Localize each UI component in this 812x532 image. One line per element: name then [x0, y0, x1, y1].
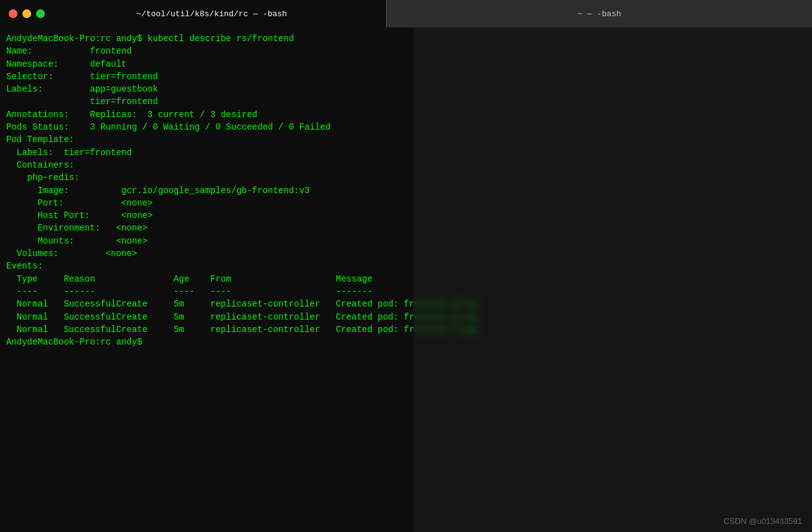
minimize-button[interactable]	[22, 9, 31, 18]
tab-right-label: ~ — -bash	[577, 9, 621, 19]
tab-left-label: ~/tool/util/k8s/kind/rc — -bash	[136, 9, 287, 19]
maximize-button[interactable]	[36, 9, 45, 18]
terminal-content: AndydeMacBook-Pro:rc andy$ kubectl descr…	[6, 32, 806, 348]
tab-left[interactable]: ~/tool/util/k8s/kind/rc — -bash	[0, 0, 386, 27]
terminal[interactable]: AndydeMacBook-Pro:rc andy$ kubectl descr…	[0, 27, 812, 532]
tabs: ~/tool/util/k8s/kind/rc — -bash ~ — -bas…	[0, 0, 812, 27]
traffic-lights	[0, 9, 45, 18]
watermark: CSDN @u013433591	[724, 516, 802, 526]
titlebar: ~/tool/util/k8s/kind/rc — -bash ~ — -bas…	[0, 0, 812, 27]
tab-right[interactable]: ~ — -bash	[386, 0, 812, 27]
close-button[interactable]	[9, 9, 17, 18]
